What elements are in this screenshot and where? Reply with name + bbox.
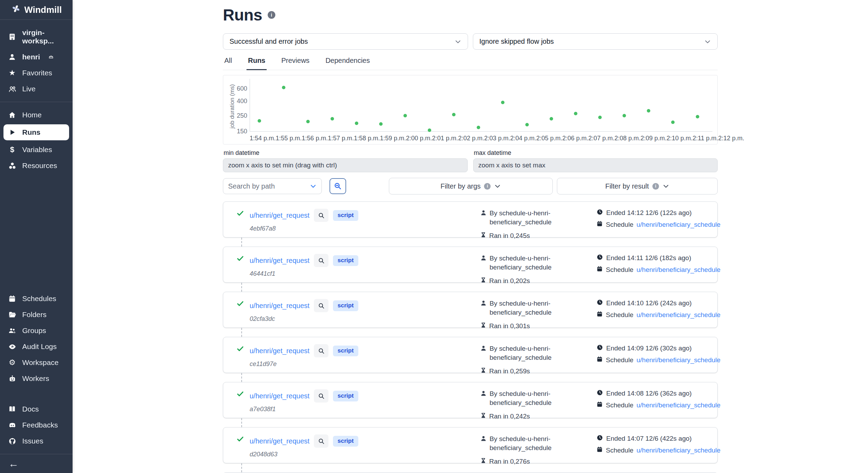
sidebar-item-workers[interactable]: Workers bbox=[0, 371, 73, 387]
schedule-label: Schedule bbox=[606, 447, 633, 454]
flow-filter-value: Ignore skipped flow jobs bbox=[479, 38, 554, 45]
sidebar-item-variables[interactable]: $ Variables bbox=[0, 142, 73, 158]
sidebar-item-issues[interactable]: Issues bbox=[0, 433, 73, 449]
collapse-sidebar-button[interactable]: ← bbox=[0, 454, 73, 473]
flow-filter-select[interactable]: Ignore skipped flow jobs bbox=[473, 33, 718, 50]
run-duration: Ran in 0,301s bbox=[489, 322, 530, 330]
sidebar-item-workspace-settings[interactable]: ⚙ Workspace bbox=[0, 355, 73, 371]
inspect-run-button[interactable] bbox=[314, 434, 328, 448]
dollar-icon: $ bbox=[8, 146, 17, 154]
sidebar-item-schedules[interactable]: Schedules bbox=[0, 291, 73, 307]
search-by-path-placeholder: Search by path bbox=[228, 182, 275, 190]
magnifier-icon bbox=[318, 347, 325, 355]
run-path-link[interactable]: u/henri/get_request bbox=[250, 302, 309, 310]
hourglass-icon bbox=[480, 367, 486, 375]
inspect-run-button[interactable] bbox=[314, 344, 328, 357]
book-icon bbox=[8, 405, 17, 413]
run-path-link[interactable]: u/henri/get_request bbox=[250, 437, 309, 445]
search-by-path-select[interactable]: Search by path bbox=[223, 178, 322, 194]
run-row[interactable]: u/henri/get_request script 4ebf67a8 bbox=[223, 201, 718, 238]
run-id: 02cfa3dc bbox=[250, 315, 358, 323]
chart-data-point bbox=[477, 126, 480, 129]
run-path-link[interactable]: u/henri/get_request bbox=[250, 257, 309, 265]
chart-data-point bbox=[282, 86, 285, 89]
sidebar-item-folders[interactable]: Folders bbox=[0, 307, 73, 323]
windmill-logo[interactable]: Windmill bbox=[0, 0, 73, 19]
filter-by-args-button[interactable]: Filter by args i bbox=[389, 178, 553, 194]
run-row[interactable]: u/henri/get_request script a7e038f1 bbox=[223, 382, 718, 418]
sidebar-item-live[interactable]: Live bbox=[0, 81, 73, 97]
tab-dependencies[interactable]: Dependencies bbox=[324, 57, 371, 70]
inspect-run-button[interactable] bbox=[314, 254, 328, 267]
run-connector-line bbox=[241, 328, 242, 337]
run-id: a7e038f1 bbox=[250, 406, 358, 413]
run-path-link[interactable]: u/henri/get_request bbox=[250, 392, 309, 400]
chart-data-point bbox=[452, 113, 456, 116]
sidebar-item-home[interactable]: Home bbox=[0, 107, 73, 123]
run-row[interactable]: u/henri/get_request script 02cfa3dc bbox=[223, 292, 718, 328]
chart-data-point bbox=[306, 120, 310, 123]
run-connector-line bbox=[241, 463, 242, 472]
sidebar-item-feedbacks[interactable]: Feedbacks bbox=[0, 417, 73, 433]
schedule-label: Schedule bbox=[606, 356, 633, 364]
tab-runs[interactable]: Runs bbox=[247, 57, 267, 70]
runs-list: u/henri/get_request script 4ebf67a8 bbox=[223, 201, 718, 473]
magnifier-icon bbox=[318, 438, 325, 445]
inspect-run-button[interactable] bbox=[314, 299, 328, 312]
schedule-link[interactable]: u/henri/beneficiary_schedule bbox=[636, 447, 720, 454]
sidebar-item-audit-logs[interactable]: Audit Logs bbox=[0, 339, 73, 355]
chart-data-point bbox=[258, 119, 261, 123]
chart-x-tick: 1:58 p.m. bbox=[354, 135, 380, 142]
hourglass-icon bbox=[480, 457, 486, 465]
inspect-run-button[interactable] bbox=[314, 389, 328, 403]
schedule-link[interactable]: u/henri/beneficiary_schedule bbox=[636, 356, 720, 364]
run-connector-line bbox=[241, 418, 242, 427]
info-icon: i bbox=[652, 183, 659, 190]
logo-text: Windmill bbox=[24, 5, 62, 15]
job-kind-select[interactable]: Successful and error jobs bbox=[223, 33, 468, 50]
eye-icon bbox=[8, 342, 17, 351]
schedule-link[interactable]: u/henri/beneficiary_schedule bbox=[636, 311, 720, 319]
chart-data-point bbox=[355, 122, 358, 125]
filter-by-result-button[interactable]: Filter by result i bbox=[557, 178, 718, 194]
run-row[interactable]: u/henri/get_request script d2048d63 bbox=[223, 427, 718, 463]
clock-icon bbox=[596, 299, 603, 307]
sidebar-item-runs[interactable]: Runs bbox=[3, 124, 69, 140]
sidebar-item-groups[interactable]: Groups bbox=[0, 323, 73, 339]
chart-x-tick: 2:06 p.m. bbox=[562, 135, 589, 142]
sidebar-item-resources[interactable]: Resources bbox=[0, 158, 73, 174]
run-ended-at: Ended 14:08 12/6 (362s ago) bbox=[606, 390, 692, 397]
chart-x-tick: 2:03 p.m. bbox=[484, 135, 510, 142]
run-triggered-by: By schedule-u-henri-beneficiary_schedule bbox=[490, 344, 567, 362]
chart-data-point bbox=[623, 114, 626, 117]
schedule-link[interactable]: u/henri/beneficiary_schedule bbox=[636, 221, 720, 229]
sidebar-item-favorites[interactable]: ★ Favorites bbox=[0, 65, 73, 81]
duration-chart: job duration (ms) 150250400600 1:54 p.m.… bbox=[223, 75, 718, 144]
chart-data-point bbox=[550, 117, 553, 121]
run-row[interactable]: u/henri/get_request script ce11d97e bbox=[223, 337, 718, 373]
tab-previews[interactable]: Previews bbox=[280, 57, 311, 70]
sidebar-item-user[interactable]: henri bbox=[0, 49, 73, 65]
run-triggered-by: By schedule-u-henri-beneficiary_schedule bbox=[490, 389, 567, 407]
run-path-link[interactable]: u/henri/get_request bbox=[250, 211, 309, 219]
min-datetime-input[interactable] bbox=[223, 158, 468, 172]
sidebar-item-workspace[interactable]: virgin-worksp... bbox=[0, 25, 73, 49]
main-area: Runs i Successful and error jobs Ignore … bbox=[73, 0, 868, 473]
job-kind-badge: script bbox=[333, 255, 358, 266]
inspect-run-button[interactable] bbox=[314, 209, 328, 222]
folder-icon bbox=[8, 310, 17, 319]
title-info-icon[interactable]: i bbox=[268, 11, 275, 19]
max-datetime-input[interactable] bbox=[473, 158, 718, 172]
chart-plot-area[interactable]: 150250400600 bbox=[250, 79, 712, 132]
users-icon bbox=[8, 85, 17, 93]
chevron-down-icon bbox=[494, 183, 501, 190]
workspace-name: virgin-worksp... bbox=[22, 28, 70, 45]
run-row[interactable]: u/henri/get_request script 46441cf1 bbox=[223, 247, 718, 283]
schedule-link[interactable]: u/henri/beneficiary_schedule bbox=[636, 401, 720, 409]
run-path-link[interactable]: u/henri/get_request bbox=[250, 347, 309, 355]
tab-all[interactable]: All bbox=[223, 57, 233, 70]
schedule-link[interactable]: u/henri/beneficiary_schedule bbox=[636, 266, 720, 274]
sidebar-item-docs[interactable]: Docs bbox=[0, 401, 73, 417]
schedule-label: Schedule bbox=[606, 311, 633, 319]
search-button[interactable] bbox=[329, 178, 346, 194]
